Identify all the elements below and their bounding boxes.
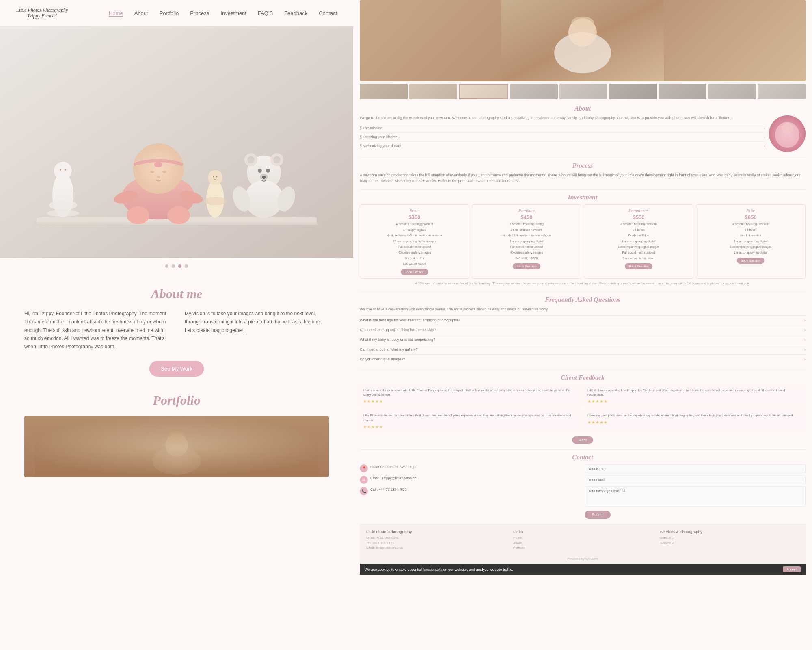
phone-icon: 📞 <box>360 487 368 495</box>
location-label: Location: <box>370 465 386 469</box>
svg-point-22 <box>216 176 218 177</box>
contact-email-input[interactable] <box>585 475 806 484</box>
nav-item-investment[interactable]: Investment <box>220 9 246 17</box>
footer-col-links: Links Home About Portfolio <box>513 530 652 551</box>
process-panel-text: A newborn session production takes the f… <box>360 173 806 184</box>
footer-link-about[interactable]: About <box>513 541 652 546</box>
about-item-3[interactable]: § Memorizing your dream › <box>360 141 765 150</box>
site-logo[interactable]: Little Photos Photography Tzippy Frankel <box>16 7 68 19</box>
inv-book-premiumplus[interactable]: Book Session <box>625 263 653 269</box>
inv-feature-pp1: 2 session booking+session <box>587 222 691 227</box>
inv-card-premiumplus-title: Premium + <box>587 208 691 213</box>
nav-item-faqs[interactable]: FAQ'S <box>258 9 273 17</box>
contact-submit-button[interactable]: Submit <box>585 511 611 519</box>
nav-item-feedback[interactable]: Feedback <box>284 9 307 17</box>
inv-feature-b1: A session booking payment <box>363 222 466 227</box>
thumb-5[interactable] <box>559 84 607 99</box>
feedback-card-2: I did it! It was everything I had hoped … <box>584 385 806 407</box>
investment-panel-title: Investment <box>360 194 806 201</box>
inv-feature-e2: 5 Photos <box>699 228 803 232</box>
faq-item-3[interactable]: What if my baby is fussy or is not coope… <box>360 335 806 344</box>
inv-book-elite[interactable]: Book Session <box>737 258 765 264</box>
feedback-grid: I had a wonderful experience with Little… <box>360 385 806 432</box>
thumb-6[interactable] <box>609 84 657 99</box>
svg-rect-36 <box>35 416 319 477</box>
about-item-2[interactable]: § Freezing your lifetime › <box>360 132 765 141</box>
contact-email-text: Email: Tzippy@littlephotos.co <box>370 476 416 481</box>
contact-name-input[interactable] <box>585 464 806 473</box>
inv-feature-p6: 40 online gallery images <box>475 250 579 255</box>
thumb-2[interactable] <box>409 84 457 99</box>
svg-point-21 <box>213 176 214 177</box>
inv-feature-b4: 15 accompanying digital images <box>363 239 466 244</box>
thumb-8[interactable] <box>708 84 756 99</box>
svg-point-15 <box>127 206 149 224</box>
divider-3 <box>360 292 806 292</box>
inv-book-premium[interactable]: Book Session <box>513 263 541 269</box>
more-feedback-button[interactable]: More <box>572 436 594 444</box>
svg-point-6 <box>65 169 66 171</box>
slide-dot-1[interactable] <box>165 264 168 268</box>
inv-feature-pp3: Duplicate Price <box>587 233 691 238</box>
inv-feature-p7: $40 wallet+$200 <box>475 256 579 261</box>
main-section: Little Photos Photography Tzippy Frankel… <box>0 0 353 650</box>
faq-q2: Do I need to bring any clothing for the … <box>360 328 436 332</box>
slide-dot-2[interactable] <box>172 264 175 268</box>
faq-item-1[interactable]: What is the best age for your infant for… <box>360 315 806 325</box>
footer-col-services: Services & Photography Service 1 Service… <box>660 530 799 551</box>
inv-feature-pp4: 1hr accompanying digital <box>587 239 691 244</box>
svg-point-33 <box>262 176 266 179</box>
svg-point-7 <box>49 200 77 210</box>
email-icon: ✉ <box>360 476 368 484</box>
feedback-text-1: I had a wonderful experience with Little… <box>363 388 578 397</box>
inv-book-basic[interactable]: Book Session <box>401 269 429 275</box>
faq-item-2[interactable]: Do I need to bring any clothing for the … <box>360 325 806 335</box>
nav-item-contact[interactable]: Contact <box>319 9 337 17</box>
inv-card-elite: Elite $650 4 session booking+session 5 P… <box>696 204 806 279</box>
svg-point-13 <box>162 171 166 173</box>
footer-phone: Office: +011-987-6543 <box>366 535 505 541</box>
faq-q3: What if my baby is fussy or is not coope… <box>360 338 435 342</box>
nav-item-home[interactable]: Home <box>109 9 123 17</box>
stars-4: ★★★★★ <box>587 420 802 425</box>
inv-feature-pp2: 3 Photos <box>587 228 691 232</box>
inv-feature-e5: 1 accompanying digital images <box>699 245 803 249</box>
inv-feature-b3: designed as a 4x5 mini newborn session <box>363 233 466 238</box>
feedback-text-3: Little Photos is second to none in their… <box>363 413 578 422</box>
thumb-9[interactable] <box>758 84 806 99</box>
navigation: Little Photos Photography Tzippy Frankel… <box>0 0 353 26</box>
contact-message-input[interactable] <box>585 486 806 507</box>
svg-point-37 <box>152 446 201 475</box>
inv-feature-e3: in a full session <box>699 233 803 238</box>
location-value: London SW19 7QT <box>387 465 417 469</box>
footer-service-1: Service 1 <box>660 535 799 541</box>
see-work-button[interactable]: See My Work <box>149 361 204 377</box>
thumb-7[interactable] <box>659 84 706 99</box>
faq-item-4[interactable]: Can I get a look at what my gallery? › <box>360 344 806 354</box>
footer-bottom: Powered by Wix.com <box>366 554 799 561</box>
footer-email: Email: littlephotos@co.uk <box>366 546 505 551</box>
thumb-1[interactable] <box>360 84 408 99</box>
slide-dot-4[interactable] <box>185 264 188 268</box>
nav-item-process[interactable]: Process <box>190 9 209 17</box>
inv-feature-e4: 1hr accompanying digital <box>699 239 803 244</box>
email-value: Tzippy@littlephotos.co <box>382 476 417 480</box>
slide-dot-3[interactable] <box>178 264 181 268</box>
footer-link-portfolio[interactable]: Portfolio <box>513 546 652 551</box>
contact-form: Submit <box>585 464 806 519</box>
cookie-accept-button[interactable]: Accept <box>783 566 801 572</box>
feedback-text-4: I love any post photo session. I complet… <box>587 413 802 418</box>
faq-chevron-5: › <box>804 357 806 362</box>
svg-point-29 <box>244 180 283 218</box>
thumb-4[interactable] <box>510 84 558 99</box>
thumb-3[interactable] <box>459 84 508 99</box>
process-panel: Process A newborn session production tak… <box>360 162 806 184</box>
inv-card-basic-price: $350 <box>363 214 466 220</box>
footer-link-home[interactable]: Home <box>513 535 652 541</box>
logo-text: Little Photos Photography <box>16 7 68 13</box>
about-item-1[interactable]: § The mission › <box>360 124 765 132</box>
faq-item-5[interactable]: Do you offer digital images? › <box>360 354 806 364</box>
inv-feature-b8: $10 wallet +$300 <box>363 262 466 266</box>
nav-item-about[interactable]: About <box>134 9 148 17</box>
nav-item-portfolio[interactable]: Portfolio <box>160 9 179 17</box>
